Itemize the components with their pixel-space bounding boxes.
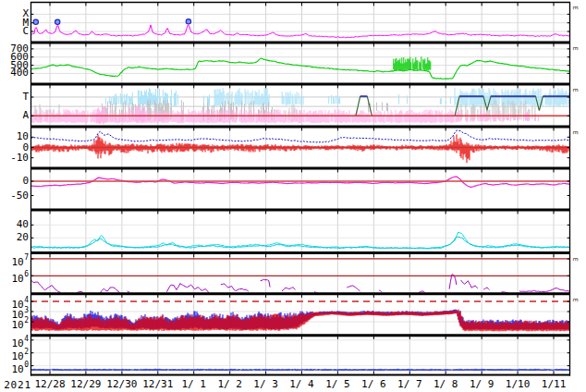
time-series-plot	[0, 0, 586, 392]
panel-proton-flux	[31, 310, 570, 332]
day-gridlines	[50, 169, 554, 209]
panel-electron-flux	[31, 275, 570, 293]
panel-imf-bz-bt	[31, 130, 570, 163]
density-b	[31, 237, 570, 249]
flare-event-marker	[55, 19, 60, 24]
day-gridlines	[50, 3, 554, 42]
panel-geomagnetic-activity	[31, 88, 570, 125]
panel-background-flux	[31, 369, 570, 372]
dst-line	[31, 177, 570, 187]
wind-speed-burst	[394, 56, 431, 70]
day-gridlines	[50, 43, 554, 83]
panel-xray-flux	[31, 19, 570, 38]
solar-terrestrial-dashboard: XMCE700600500400ETAE100-10E0-50402010710…	[0, 0, 586, 392]
flare-event-marker	[186, 19, 190, 24]
day-gridlines	[50, 211, 554, 251]
bt-line	[31, 130, 570, 142]
panel-proton-density	[31, 232, 570, 249]
day-gridlines	[50, 254, 554, 293]
electron-line	[31, 275, 570, 293]
panel-solar-wind-speed	[31, 56, 570, 79]
day-gridlines	[50, 337, 554, 375]
flare-event-marker	[33, 19, 38, 24]
wind-speed	[31, 58, 570, 79]
panel-dst-index	[31, 177, 570, 187]
